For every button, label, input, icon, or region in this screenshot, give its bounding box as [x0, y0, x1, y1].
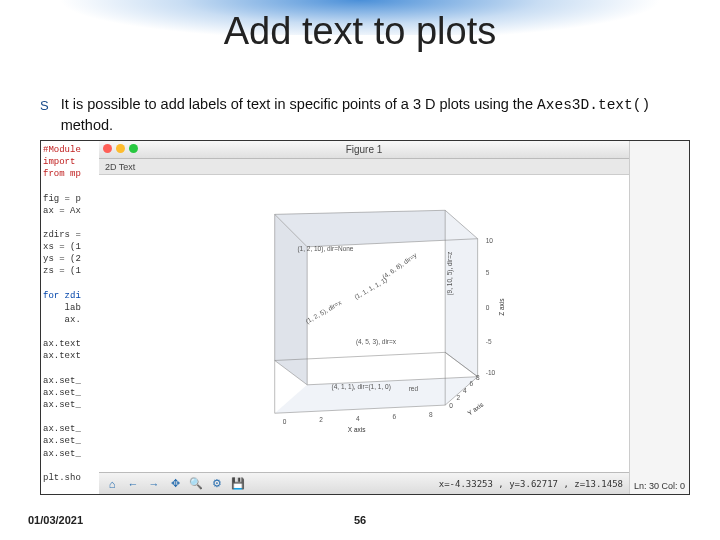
- svg-text:4: 4: [356, 414, 360, 421]
- bullet-code: Axes3D.text(): [537, 97, 650, 113]
- zoom-rect-icon[interactable]: 🔍: [189, 477, 203, 491]
- window-title: Figure 1: [346, 144, 383, 155]
- svg-text:8: 8: [429, 411, 433, 418]
- code-editor-strip: #Module import from mp fig = p ax = Ax z…: [41, 141, 99, 494]
- plot-canvas[interactable]: 10 5 0 -5 -10 0 2 4 6 8 0 2 4 6 8: [99, 175, 629, 472]
- cursor-position: Ln: 30 Col: 0: [634, 481, 685, 491]
- annot-6: (4, 5, 3), dir=x: [356, 338, 397, 346]
- annot-3: (1, 1, 1, 1, 1): [353, 276, 389, 301]
- coord-readout: x=-4.33253 , y=3.62717 , z=13.1458: [439, 479, 623, 489]
- tab-row: 2D Text: [99, 159, 629, 175]
- window-titlebar: Figure 1: [99, 141, 629, 159]
- page-title: Add text to plots: [0, 10, 720, 53]
- bullet-icon: S: [40, 98, 49, 113]
- z-axis-label: Z axis: [498, 298, 505, 316]
- svg-text:4: 4: [463, 387, 467, 394]
- back-icon[interactable]: ←: [126, 477, 140, 491]
- footer-page: 56: [0, 514, 720, 526]
- close-icon[interactable]: [103, 144, 112, 153]
- bullet-text: It is possible to add labels of text in …: [61, 95, 690, 135]
- svg-text:8: 8: [476, 374, 480, 381]
- cube-3d: 10 5 0 -5 -10 0 2 4 6 8 0 2 4 6 8: [152, 190, 576, 434]
- annot-1: (1, 2, 10), dir=None: [297, 245, 353, 253]
- bullet-text-post: method.: [61, 117, 113, 133]
- tab-2d-text[interactable]: 2D Text: [105, 162, 135, 172]
- annot-5: (9, 10, 5), dir=z: [446, 251, 454, 296]
- annot-4: (1, 2, 5), dir=x: [304, 298, 343, 325]
- svg-text:-5: -5: [486, 338, 492, 345]
- svg-text:0: 0: [449, 401, 453, 408]
- svg-text:-10: -10: [486, 369, 496, 376]
- pan-icon[interactable]: ✥: [168, 477, 182, 491]
- annot-2: (4, 6, 8), dir=y: [381, 251, 419, 281]
- annot-red: red: [409, 385, 419, 392]
- figure-area: #Module import from mp fig = p ax = Ax z…: [40, 140, 690, 495]
- save-icon[interactable]: 💾: [231, 477, 245, 491]
- forward-icon[interactable]: →: [147, 477, 161, 491]
- bullet-item: S It is possible to add labels of text i…: [40, 95, 690, 135]
- svg-text:6: 6: [470, 380, 474, 387]
- svg-text:0: 0: [486, 304, 490, 311]
- annot-7: (4, 1, 1), dir=(1, 1, 0): [332, 383, 391, 391]
- matplotlib-window: Figure 1 2D Text: [99, 141, 629, 494]
- svg-text:2: 2: [319, 416, 323, 423]
- mpl-toolbar: ⌂ ← → ✥ 🔍 ⚙ 💾 x=-4.33253 , y=3.62717 , z…: [99, 472, 629, 494]
- y-axis-label: Y axis: [466, 400, 485, 416]
- zoom-icon[interactable]: [129, 144, 138, 153]
- svg-text:0: 0: [283, 418, 287, 425]
- configure-icon[interactable]: ⚙: [210, 477, 224, 491]
- svg-text:5: 5: [486, 269, 490, 276]
- minimize-icon[interactable]: [116, 144, 125, 153]
- x-axis-label: X axis: [348, 426, 366, 433]
- svg-text:6: 6: [392, 413, 396, 420]
- traffic-lights: [103, 144, 138, 153]
- bullet-text-pre: It is possible to add labels of text in …: [61, 96, 537, 112]
- svg-text:2: 2: [457, 394, 461, 401]
- editor-status-strip: Ln: 30 Col: 0: [629, 141, 689, 494]
- home-icon[interactable]: ⌂: [105, 477, 119, 491]
- svg-text:10: 10: [486, 237, 494, 244]
